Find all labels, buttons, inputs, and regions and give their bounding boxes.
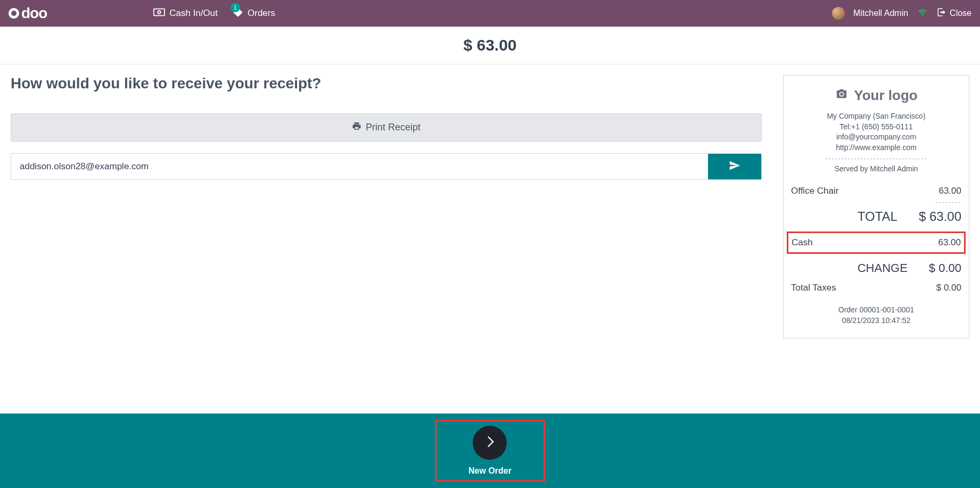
order-number: Order 00001-001-0001 bbox=[791, 305, 961, 316]
send-email-button[interactable] bbox=[708, 154, 761, 179]
new-order-circle bbox=[473, 426, 507, 460]
nav-cash-label: Cash In/Out bbox=[169, 8, 218, 19]
svg-point-1 bbox=[158, 11, 161, 14]
company-email: info@yourcompany.com bbox=[791, 132, 961, 143]
receipt-options: How would you like to receive your recei… bbox=[11, 75, 762, 180]
new-order-label: New Order bbox=[468, 466, 512, 476]
tag-icon: 1 bbox=[233, 7, 243, 20]
print-icon bbox=[352, 121, 361, 134]
company-web: http://www.example.com bbox=[791, 143, 961, 153]
signout-icon bbox=[937, 7, 946, 19]
receipt-order-info: Order 00001-001-0001 08/21/2023 10:47:52 bbox=[791, 305, 961, 326]
cash-value: 63.00 bbox=[938, 237, 961, 248]
main-content: How would you like to receive your recei… bbox=[0, 64, 980, 413]
email-input[interactable] bbox=[11, 154, 708, 179]
orders-badge: 1 bbox=[230, 3, 240, 12]
taxes-value: $ 0.00 bbox=[936, 283, 961, 293]
receipt-cash-highlight: Cash 63.00 bbox=[787, 231, 966, 254]
brand-logo[interactable]: doo bbox=[9, 5, 47, 22]
email-row bbox=[11, 153, 762, 180]
receipt-logo-text: Your logo bbox=[854, 87, 917, 104]
receipt-change-row: CHANGE $ 0.00 bbox=[791, 258, 961, 280]
cash-icon bbox=[153, 8, 165, 19]
receipt-divider: -------------------------------- bbox=[791, 155, 961, 162]
close-label: Close bbox=[950, 9, 971, 18]
company-name: My Company (San Francisco) bbox=[791, 111, 961, 122]
user-avatar[interactable] bbox=[832, 7, 845, 20]
receipt-taxes-row: Total Taxes $ 0.00 bbox=[791, 280, 961, 295]
receipt-cash-row: Cash 63.00 bbox=[792, 237, 961, 248]
svg-rect-0 bbox=[154, 9, 164, 15]
wifi-icon bbox=[917, 7, 928, 19]
company-tel: Tel:+1 (650) 555-0111 bbox=[791, 122, 961, 133]
amount-display: $ 63.00 bbox=[0, 27, 980, 64]
print-receipt-button[interactable]: Print Receipt bbox=[11, 113, 762, 142]
send-icon bbox=[729, 160, 740, 174]
nav-cash-in-out[interactable]: Cash In/Out bbox=[153, 8, 218, 19]
total-value: $ 63.00 bbox=[919, 209, 961, 224]
receipt-logo: Your logo bbox=[791, 87, 961, 104]
receipt-preview: Your logo My Company (San Francisco) Tel… bbox=[783, 75, 969, 338]
taxes-label: Total Taxes bbox=[791, 283, 836, 293]
receipt-served: Served by Mitchell Admin bbox=[791, 164, 961, 173]
total-label: TOTAL bbox=[858, 209, 919, 224]
receipt-sub-divider: -------- bbox=[791, 198, 961, 206]
receipt-company: My Company (San Francisco) Tel:+1 (650) … bbox=[791, 111, 961, 153]
close-button[interactable]: Close bbox=[937, 7, 971, 19]
footer-bar: New Order bbox=[0, 413, 980, 488]
chevron-right-icon bbox=[482, 434, 497, 451]
user-name[interactable]: Mitchell Admin bbox=[853, 9, 908, 18]
nav-group: Cash In/Out 1 Orders bbox=[153, 7, 275, 20]
item-name: Office Chair bbox=[791, 186, 838, 196]
topbar: doo Cash In/Out 1 Orders Mitchell Admin … bbox=[0, 0, 980, 27]
nav-orders-label: Orders bbox=[248, 8, 275, 19]
receipt-total-row: TOTAL $ 63.00 bbox=[791, 206, 961, 231]
receipt-item-row: Office Chair 63.00 bbox=[791, 184, 961, 198]
nav-orders[interactable]: 1 Orders bbox=[233, 7, 275, 20]
odoo-ring-icon bbox=[9, 8, 19, 19]
print-label: Print Receipt bbox=[366, 122, 421, 133]
item-price: 63.00 bbox=[938, 186, 961, 196]
camera-icon bbox=[835, 87, 849, 104]
order-datetime: 08/21/2023 10:47:52 bbox=[791, 316, 961, 326]
cash-label: Cash bbox=[792, 237, 813, 248]
change-label: CHANGE bbox=[858, 261, 929, 275]
topbar-right: Mitchell Admin Close bbox=[832, 7, 971, 20]
new-order-button[interactable]: New Order bbox=[435, 420, 545, 482]
receipt-question: How would you like to receive your recei… bbox=[11, 75, 762, 92]
change-value: $ 0.00 bbox=[929, 261, 961, 275]
